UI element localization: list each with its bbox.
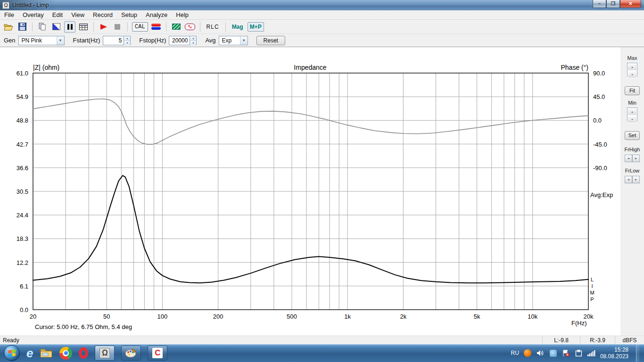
right-axis-tick-label: -90.0 xyxy=(593,165,607,172)
chrome-icon[interactable] xyxy=(59,347,72,360)
close-button[interactable]: ✕ xyxy=(620,0,641,8)
magnitude-view-button[interactable]: Mag xyxy=(230,23,245,31)
impedance-chart[interactable]: 61.054.948.842.736.630.524.418.312.26.10… xyxy=(0,47,644,336)
stop-icon xyxy=(115,24,120,30)
spin-up-icon: ▲ xyxy=(190,36,196,41)
cursor-readout: Cursor: 5.00 Hz, 6.75 Ohm, 5.4 deg xyxy=(35,323,132,330)
spin-down-icon: ▼ xyxy=(124,41,130,45)
menu-analyze[interactable]: Analyze xyxy=(141,10,172,19)
table-view-button[interactable] xyxy=(78,21,89,33)
spectrum-button[interactable] xyxy=(171,21,182,33)
antivirus-tray-icon[interactable] xyxy=(524,349,532,357)
generator-level-button[interactable] xyxy=(150,21,162,33)
show-desktop-button[interactable] xyxy=(636,344,639,362)
spectrum-icon xyxy=(172,24,181,30)
internet-explorer-icon[interactable]: e xyxy=(26,346,33,361)
fstart-input[interactable] xyxy=(103,36,124,45)
x-axis-tick-label: 10k xyxy=(528,313,537,320)
start-button[interactable] xyxy=(4,345,20,361)
fit-button[interactable]: Fit xyxy=(625,86,640,95)
arrow-right-icon: ► xyxy=(632,155,640,162)
stop-button[interactable] xyxy=(112,21,123,33)
signal-generator-button[interactable]: ∿ xyxy=(184,21,196,33)
menu-setup[interactable]: Setup xyxy=(117,10,141,19)
menu-edit[interactable]: Edit xyxy=(48,10,67,19)
frhigh-arrows[interactable]: ◄► xyxy=(625,155,640,162)
app-icon: Ω xyxy=(2,2,9,9)
left-axis-title: |Z| (ohm) xyxy=(33,64,59,71)
rlc-button[interactable]: RLC xyxy=(205,23,221,31)
arrow-left-icon: ◄ xyxy=(625,155,632,162)
contrast-triangle-icon xyxy=(52,23,60,30)
restore-button[interactable]: ❐ xyxy=(606,0,620,8)
background-color-button[interactable] xyxy=(50,21,62,33)
menu-view[interactable]: View xyxy=(67,10,89,19)
left-axis-tick-label: 48.8 xyxy=(17,117,28,124)
file-explorer-icon[interactable] xyxy=(40,347,53,359)
toolbar-separator xyxy=(225,22,226,32)
limp-watermark: LIMP xyxy=(589,277,594,303)
tray-time: 15:28 xyxy=(600,346,628,353)
network-signal-icon[interactable] xyxy=(587,349,595,357)
status-text: Ready xyxy=(3,337,19,344)
taskbar-paint-button[interactable] xyxy=(121,346,141,361)
max-spinner[interactable]: ▲▼ xyxy=(627,63,637,77)
units-indicator: dBFS xyxy=(615,336,644,344)
right-axis-tick-label: 90.0 xyxy=(593,70,605,77)
arrow-left-icon: ◄ xyxy=(625,176,632,183)
x-axis-tick-label: 500 xyxy=(287,313,297,320)
left-axis-tick-label: 24.4 xyxy=(17,212,28,219)
right-axis-tick-label: -45.0 xyxy=(593,141,607,148)
menu-record[interactable]: Record xyxy=(89,10,117,19)
spin-up-icon: ▲ xyxy=(627,63,637,71)
averaging-select[interactable]: Exp ▼ xyxy=(219,36,248,45)
pause-button[interactable] xyxy=(64,21,75,33)
right-axis-tick-label: 45.0 xyxy=(593,93,605,100)
opera-icon[interactable] xyxy=(79,347,88,359)
x-axis-tick-label: 20 xyxy=(30,313,36,320)
clipboard-tray-icon[interactable] xyxy=(575,349,583,357)
minimize-button[interactable]: – xyxy=(593,0,606,8)
language-indicator[interactable]: RU xyxy=(511,350,519,356)
fstart-spinner[interactable]: ▲▼ xyxy=(124,36,131,45)
toolbar-separator xyxy=(32,22,33,32)
scale-side-panel: Max ▲▼ Fit Min ▲▼ Set FrHigh ◄► FrLow ◄► xyxy=(620,47,644,336)
taskbar-redc-app-button[interactable]: C xyxy=(148,346,167,361)
save-button[interactable] xyxy=(17,21,28,33)
calibrate-button[interactable]: CAL xyxy=(132,22,148,32)
open-file-button[interactable] xyxy=(3,21,14,33)
generator-type-select[interactable]: PN Pink ▼ xyxy=(18,36,65,45)
x-axis-tick-label: 2k xyxy=(400,313,406,320)
copy-button[interactable] xyxy=(37,21,48,33)
left-axis-tick-label: 18.3 xyxy=(17,235,28,242)
volume-icon[interactable] xyxy=(537,349,545,357)
set-button[interactable]: Set xyxy=(625,131,640,140)
pause-icon xyxy=(67,24,73,30)
fstop-spinner[interactable]: ▲▼ xyxy=(190,36,197,45)
action-center-flag-icon[interactable] xyxy=(562,349,570,357)
open-folder-icon xyxy=(4,23,13,31)
updater-tray-icon[interactable] xyxy=(549,349,557,357)
menu-help[interactable]: Help xyxy=(172,10,193,19)
fstop-label: Fstop(Hz) xyxy=(139,37,166,44)
left-axis-tick-label: 30.5 xyxy=(17,188,28,195)
clock[interactable]: 15:28 08.08.2023 xyxy=(600,346,628,360)
min-spinner[interactable]: ▲▼ xyxy=(627,107,637,122)
frlow-arrows[interactable]: ◄► xyxy=(625,176,640,183)
menu-overlay[interactable]: Overlay xyxy=(18,10,48,19)
x-axis-tick-label: 200 xyxy=(213,313,223,320)
record-play-button[interactable] xyxy=(98,21,109,33)
spin-down-icon: ▼ xyxy=(627,71,637,78)
taskbar-limp-button[interactable]: Ω xyxy=(95,346,115,361)
gen-label: Gen xyxy=(4,37,16,44)
spin-down-icon: ▼ xyxy=(190,41,196,45)
frhigh-label: FrHigh xyxy=(620,147,644,152)
menu-file[interactable]: File xyxy=(0,10,18,19)
x-axis-tick-label: 50 xyxy=(103,313,110,320)
magnitude-phase-view-button[interactable]: M+P xyxy=(248,22,264,32)
window-title: Untitled - Limp xyxy=(12,2,49,8)
play-icon xyxy=(100,24,107,30)
fstop-input[interactable] xyxy=(169,36,190,45)
chart-title: Impedance xyxy=(272,64,348,71)
reset-button[interactable]: Reset xyxy=(256,36,285,45)
